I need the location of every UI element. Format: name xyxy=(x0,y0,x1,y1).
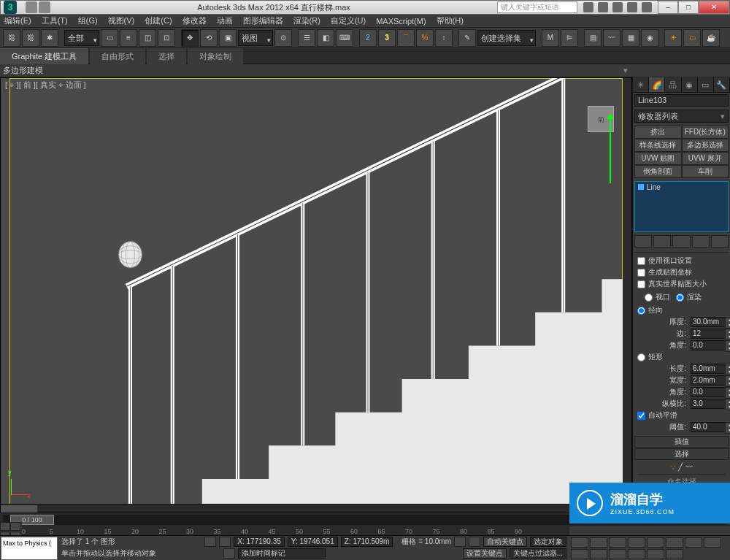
help-icon[interactable] xyxy=(642,2,652,12)
create-tab-icon[interactable]: ✳ xyxy=(633,77,649,92)
modifier-list-combo[interactable]: 修改器列表 xyxy=(634,110,729,123)
thickness-spinner[interactable]: 30.0mm xyxy=(691,317,726,327)
goto-start-icon[interactable] xyxy=(571,537,588,548)
snap3-icon[interactable]: 3 xyxy=(378,29,396,47)
abs-rel-icon[interactable] xyxy=(219,537,231,547)
select-icon[interactable]: ▭ xyxy=(101,29,118,47)
zoom-icon[interactable] xyxy=(704,537,721,548)
select-region-icon[interactable]: ◫ xyxy=(139,29,156,47)
selection-filter-combo[interactable]: 全部 xyxy=(64,30,99,46)
menu-maxscript[interactable]: MAXScript(M) xyxy=(376,17,426,26)
ribbon-panel-label[interactable]: 多边形建模 xyxy=(0,64,730,77)
rollout-interp[interactable]: 插值 xyxy=(634,436,729,448)
named-sel-combo[interactable]: 创建选择集 xyxy=(477,30,536,46)
chk-gen-coords[interactable] xyxy=(637,269,645,277)
length-spinner[interactable]: 6.0mm xyxy=(691,364,726,374)
menu-customize[interactable]: 自定义(U) xyxy=(331,15,366,26)
menu-animation[interactable]: 动画 xyxy=(217,15,233,26)
rangle-spinner[interactable]: 0.0 xyxy=(691,387,726,397)
radio-render[interactable] xyxy=(676,294,684,302)
display-tab-icon[interactable]: ▭ xyxy=(698,77,714,92)
btn-ffd[interactable]: FFD(长方体) xyxy=(682,126,729,139)
isolate2-icon[interactable] xyxy=(469,537,480,547)
rollout-selection[interactable]: 选择 xyxy=(634,448,729,460)
ribbon-graphite[interactable]: Graphite 建模工具 xyxy=(0,48,88,64)
filter-icon[interactable] xyxy=(10,522,20,531)
close-button[interactable]: ✕ xyxy=(699,1,729,14)
btn-extrude[interactable]: 挤出 xyxy=(634,126,682,139)
move-icon[interactable]: ✥ xyxy=(181,29,199,47)
layer-manager-icon[interactable]: ▤ xyxy=(584,29,602,47)
pivot-icon[interactable]: ⊙ xyxy=(274,29,292,47)
max-viewport-icon[interactable] xyxy=(647,549,664,559)
rendered-frame-icon[interactable]: ▭ xyxy=(683,29,701,47)
coord-y[interactable]: Y: 19746.051 xyxy=(288,537,338,547)
selection-lock-icon[interactable]: ☰ xyxy=(298,29,315,47)
angle-snap-icon[interactable]: ⌒ xyxy=(397,29,415,47)
region-zoom-icon[interactable] xyxy=(628,549,645,559)
fov-icon[interactable] xyxy=(666,549,683,559)
set-key-button[interactable]: 设置关键点 xyxy=(463,548,507,559)
window-crossing-icon[interactable]: ⊡ xyxy=(158,29,175,47)
radio-viewport[interactable] xyxy=(645,294,653,302)
favorite-icon[interactable] xyxy=(598,2,608,12)
sides-spinner[interactable]: 12 xyxy=(691,329,726,339)
minimize-button[interactable]: – xyxy=(658,1,678,14)
btn-poly-sel[interactable]: 多边形选择 xyxy=(682,139,729,152)
zoom-all-icon[interactable] xyxy=(571,549,588,559)
menu-modifiers[interactable]: 修改器 xyxy=(182,15,207,26)
key-mode-combo[interactable]: 选定对象 xyxy=(530,537,566,547)
add-time-tag[interactable]: 添加时间标记 xyxy=(238,548,326,559)
percent-snap-icon[interactable]: % xyxy=(416,29,434,47)
utilities-tab-icon[interactable]: 🔧 xyxy=(714,77,730,92)
threshold-spinner[interactable]: 40.0 xyxy=(691,422,726,432)
mini-curve-icon[interactable] xyxy=(0,522,10,531)
rotate-icon[interactable]: ⟲ xyxy=(200,29,218,47)
unlink-icon[interactable]: ⛓ xyxy=(22,29,39,47)
zoom-ext-icon[interactable] xyxy=(590,549,607,559)
menu-create[interactable]: 创建(C) xyxy=(145,15,172,26)
ribbon-freeform[interactable]: 自由形式 xyxy=(90,48,145,64)
radio-rect[interactable] xyxy=(637,353,645,361)
comm-center-icon[interactable] xyxy=(583,2,593,12)
viewport-label[interactable]: [ + ][ 前 ][ 真实 + 边面 ] xyxy=(5,80,86,91)
help-search-input[interactable]: 键入关键字或短语 xyxy=(497,1,577,13)
curve-editor-icon[interactable]: 〰 xyxy=(603,29,620,47)
time-tag-icon[interactable] xyxy=(223,548,235,559)
radio-radial[interactable] xyxy=(637,307,645,315)
bind-icon[interactable]: ✱ xyxy=(41,29,58,47)
render-icon[interactable]: ☕ xyxy=(702,29,720,47)
remove-mod-icon[interactable] xyxy=(692,235,710,248)
keyboard-icon[interactable]: ⌨ xyxy=(336,29,353,47)
link-icon[interactable]: ⛓ xyxy=(3,29,20,47)
key-filters-button[interactable]: 关键点过滤器... xyxy=(510,548,566,559)
coord-z[interactable]: Z: 1710.509m xyxy=(341,537,393,547)
chk-autosmooth[interactable] xyxy=(637,412,645,420)
modify-tab-icon[interactable]: 🌈 xyxy=(649,77,665,92)
goto-end-icon[interactable] xyxy=(647,537,664,548)
ribbon-paint[interactable]: 对象绘制 xyxy=(188,48,243,64)
menu-help[interactable]: 帮助(H) xyxy=(437,15,464,26)
width-spinner[interactable]: 2.0mm xyxy=(691,375,726,386)
pin-stack-icon[interactable] xyxy=(634,235,652,248)
btn-bevel-profile[interactable]: 倒角剖面 xyxy=(634,165,682,178)
chk-real-world[interactable] xyxy=(637,280,645,288)
menu-views[interactable]: 视图(V) xyxy=(108,15,135,26)
snap-toggle-icon[interactable]: 2 xyxy=(359,29,377,47)
ribbon-selection[interactable]: 选择 xyxy=(147,48,186,64)
viewport-scrollbar-v[interactable] xyxy=(623,78,631,504)
time-ruler[interactable]: 0 5 10 15 20 25 30 35 40 45 50 55 60 65 … xyxy=(22,526,569,535)
coord-x[interactable]: X: 177190.35 xyxy=(234,537,285,547)
material-editor-icon[interactable]: ◉ xyxy=(641,29,658,47)
btn-uvw-map[interactable]: UVW 贴图 xyxy=(634,152,682,165)
chk-use-viewport[interactable] xyxy=(637,257,645,265)
modifier-stack[interactable]: Line xyxy=(634,181,729,233)
exchange-icon[interactable] xyxy=(627,2,637,12)
spinner-snap-icon[interactable]: ↕ xyxy=(435,29,453,47)
angle-spinner[interactable]: 0.0 xyxy=(691,340,726,350)
render-setup-icon[interactable]: ☀ xyxy=(664,29,682,47)
show-end-icon[interactable] xyxy=(653,235,671,248)
maxscript-listener[interactable]: Max to Physics ( xyxy=(1,537,58,560)
aspect-spinner[interactable]: 3.0 xyxy=(691,399,726,409)
lock-selection-icon[interactable] xyxy=(204,537,216,547)
